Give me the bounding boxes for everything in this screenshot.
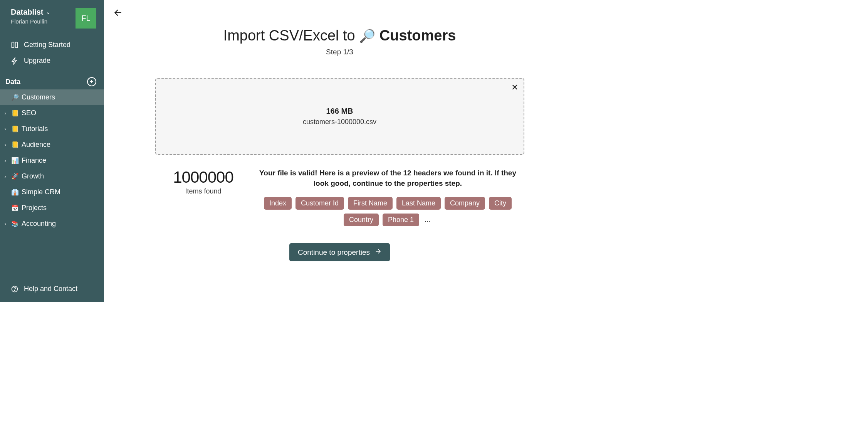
item-emoji-icon: 📚 <box>11 220 19 227</box>
back-button[interactable] <box>113 8 123 20</box>
header-pill: Phone 1 <box>383 214 419 226</box>
workspace-name: Datablist <box>11 8 43 17</box>
workspace-user: Florian Poullin <box>11 18 50 25</box>
step-indicator: Step 1/3 <box>112 48 567 56</box>
header-pill: City <box>489 197 512 210</box>
header-pill: Company <box>445 197 485 210</box>
continue-button[interactable]: Continue to properties <box>289 243 390 261</box>
header-pill: Customer Id <box>295 197 344 210</box>
sidebar-item-label: Customers <box>22 93 55 101</box>
sidebar-item-audience[interactable]: ›📒Audience <box>0 137 104 153</box>
continue-label: Continue to properties <box>298 248 370 257</box>
chevron-right-icon: › <box>2 142 8 148</box>
sidebar-item-projects[interactable]: 📅Projects <box>0 200 104 216</box>
items-count-block: 1000000 Items found <box>155 168 252 195</box>
svg-point-1 <box>15 290 15 291</box>
nav-label: Help and Contact <box>24 285 77 293</box>
item-emoji-icon: 🚀 <box>11 173 19 180</box>
chevron-down-icon: ⌄ <box>46 9 50 15</box>
headers-more: ... <box>423 216 432 224</box>
book-icon <box>11 41 18 49</box>
title-collection-name: Customers <box>379 27 456 44</box>
workspace-switcher[interactable]: Datablist ⌄ Florian Poullin <box>11 8 50 25</box>
item-emoji-icon: 📒 <box>11 141 19 148</box>
close-icon[interactable]: ✕ <box>511 82 518 92</box>
chevron-right-icon: › <box>2 110 8 116</box>
add-data-button[interactable]: + <box>87 77 96 86</box>
sidebar-item-label: Accounting <box>22 220 56 228</box>
sidebar-item-customers[interactable]: 🔎Customers <box>0 89 104 105</box>
avatar[interactable]: FL <box>76 8 96 29</box>
section-title: Data <box>5 78 20 86</box>
items-count: 1000000 <box>155 168 252 187</box>
header-pill: Last Name <box>396 197 441 210</box>
sidebar: Datablist ⌄ Florian Poullin FL Getting S… <box>0 0 104 302</box>
item-emoji-icon: 📒 <box>11 125 19 133</box>
help-icon <box>11 285 18 293</box>
main-content: Import CSV/Excel to 🔎 Customers Step 1/3… <box>104 0 591 302</box>
sidebar-item-growth[interactable]: ›🚀Growth <box>0 168 104 184</box>
data-list: 🔎Customers›📒SEO›📒Tutorials›📒Audience›📊Fi… <box>0 89 104 232</box>
magnifier-icon: 🔎 <box>359 29 375 43</box>
sidebar-item-label: Tutorials <box>22 125 48 133</box>
sidebar-item-simple-crm[interactable]: 👔Simple CRM <box>0 184 104 200</box>
sidebar-item-label: Audience <box>22 141 50 149</box>
chevron-right-icon: › <box>2 158 8 163</box>
item-emoji-icon: 👔 <box>11 188 19 196</box>
sidebar-item-label: Finance <box>22 156 46 165</box>
nav-getting-started[interactable]: Getting Started <box>0 37 104 53</box>
item-emoji-icon: 📊 <box>11 157 19 164</box>
lightning-icon <box>11 57 18 65</box>
data-section-header: Data + <box>0 69 104 89</box>
chevron-right-icon: › <box>2 221 8 227</box>
chevron-right-icon: › <box>2 126 8 132</box>
header-pill: Country <box>344 214 379 226</box>
title-prefix: Import CSV/Excel to <box>223 27 359 44</box>
item-emoji-icon: 📒 <box>11 109 19 117</box>
header-pill: Index <box>264 197 292 210</box>
page-title: Import CSV/Excel to 🔎 Customers <box>112 27 567 44</box>
sidebar-item-label: Projects <box>22 204 47 212</box>
sidebar-item-tutorials[interactable]: ›📒Tutorials <box>0 121 104 137</box>
sidebar-item-finance[interactable]: ›📊Finance <box>0 153 104 168</box>
file-name: customers-1000000.csv <box>303 118 376 126</box>
items-count-label: Items found <box>155 187 252 195</box>
header-pill: First Name <box>348 197 393 210</box>
sidebar-item-label: Growth <box>22 172 44 180</box>
file-size: 166 MB <box>326 107 353 116</box>
sidebar-item-accounting[interactable]: ›📚Accounting <box>0 216 104 232</box>
sidebar-item-label: Simple CRM <box>22 188 60 196</box>
item-emoji-icon: 📅 <box>11 204 19 212</box>
file-dropzone[interactable]: ✕ 166 MB customers-1000000.csv <box>155 78 524 155</box>
sidebar-item-label: SEO <box>22 109 36 117</box>
sidebar-item-seo[interactable]: ›📒SEO <box>0 105 104 121</box>
chevron-right-icon: › <box>2 173 8 179</box>
nav-help[interactable]: Help and Contact <box>0 281 104 297</box>
valid-message: Your file is valid! Here is a preview of… <box>252 168 524 188</box>
nav-label: Upgrade <box>24 57 50 65</box>
item-emoji-icon: 🔎 <box>11 94 19 101</box>
sidebar-header: Datablist ⌄ Florian Poullin FL <box>0 0 104 32</box>
nav-label: Getting Started <box>24 41 71 49</box>
arrow-right-icon <box>374 248 381 257</box>
nav-upgrade[interactable]: Upgrade <box>0 53 104 69</box>
headers-preview: IndexCustomer IdFirst NameLast NameCompa… <box>252 197 524 226</box>
